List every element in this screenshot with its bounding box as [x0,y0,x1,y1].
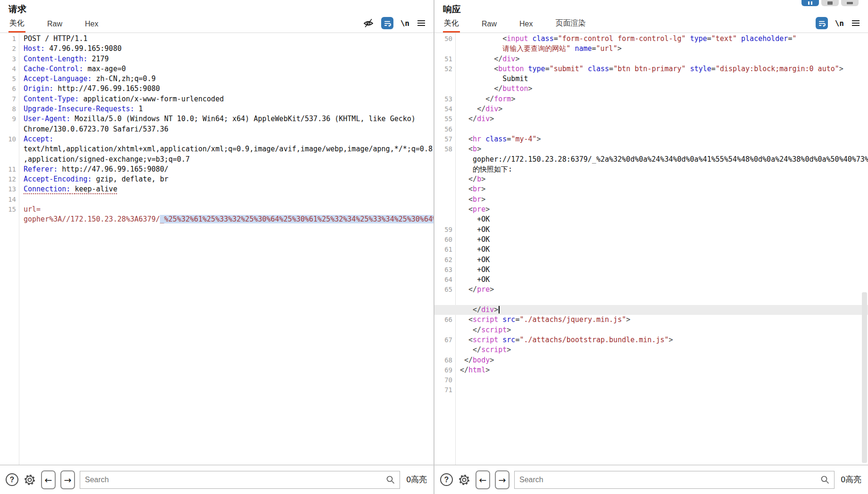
code-row: 54 </div> [434,104,868,114]
code-segment: > [669,336,673,344]
search-icon[interactable] [385,474,396,487]
help-icon[interactable]: ? [6,473,18,486]
code-segment [460,285,468,294]
search-input[interactable] [80,471,400,489]
code-line: Origin: http://47.96.99.165:9080 [19,84,434,94]
search-input[interactable] [514,471,835,489]
code-segment: br [473,185,481,193]
code-segment: +OK [460,245,490,254]
line-number: 8 [0,104,19,114]
code-segment: br [473,195,481,204]
code-segment: Cache-Control: [24,65,83,73]
menu-icon[interactable] [851,19,860,27]
line-number: 54 [434,104,455,114]
code-row: 13Connection: keep-alive [0,184,434,194]
prev-match-button[interactable]: ← [476,470,490,489]
code-segment: </ [473,326,481,334]
tab-beautify[interactable]: 美化 [8,18,25,33]
code-segment: name [575,44,592,53]
code-segment: button [502,84,528,93]
request-editor[interactable]: 1POST / HTTP/1.12Host: 47.96.99.165:9080… [0,33,434,465]
prev-match-button[interactable]: ← [41,470,56,489]
code-row: <br> [434,195,868,205]
line-number: 59 [434,225,455,235]
tab-beautify[interactable]: 美化 [443,18,460,33]
menu-icon[interactable] [417,19,426,27]
tab-hex[interactable]: Hex [518,20,534,33]
help-icon[interactable]: ? [440,473,453,486]
newline-icon[interactable]: \n [401,19,409,28]
eye-off-icon[interactable] [363,17,374,29]
line-number: 15 [0,205,19,214]
code-segment [460,356,464,364]
code-line: +OK [455,255,868,265]
code-row: 64 +OK [434,275,868,285]
wrap-lines-icon[interactable] [816,17,828,29]
line-number: 7 [0,94,19,104]
code-row: 59 +OK [434,225,868,235]
code-line: <pre> [455,205,868,214]
code-segment: User-Agent: [24,115,70,123]
code-row: 53 </form> [434,94,868,104]
code-segment: class [533,34,554,43]
code-segment: </ [468,285,477,294]
code-line: Content-Type: application/x-www-form-url… [19,94,434,104]
code-line: Accept-Language: zh-CN,zh;q=0.9 [19,74,434,84]
gear-icon[interactable] [23,473,36,486]
code-row: 4Cache-Control: max-age=0 [0,64,434,74]
code-line: <script src="./attachs/jquery.min.js"> [455,315,868,325]
code-row: </script> [434,325,868,335]
code-line: +OK [455,225,868,235]
stop-icon[interactable] [821,0,839,6]
line-number: 1 [0,34,19,44]
code-segment: script [481,346,507,354]
code-segment: +OK [460,265,490,274]
next-match-button[interactable]: → [495,470,509,489]
code-line: Host: 47.96.99.165:9080 [19,44,434,54]
line-number: 70 [434,375,455,385]
code-segment [460,185,468,193]
code-segment: Connection: [24,185,70,193]
code-segment: div [502,55,515,63]
code-row: 65 </pre> [434,285,868,295]
code-line: </script> [455,345,868,355]
code-segment: pre [473,205,485,214]
code-segment: Referer: [24,165,58,173]
tab-raw[interactable]: Raw [46,20,63,33]
code-line: Connection: keep-alive [19,184,434,194]
tab-hex[interactable]: Hex [84,20,99,33]
code-segment: < [468,185,473,193]
wrap-lines-icon[interactable] [381,17,393,29]
tab-raw[interactable]: Raw [481,20,498,33]
code-line: </body> [455,355,868,365]
tab-render[interactable]: 页面渲染 [554,18,586,33]
response-tabbar: 美化 Raw Hex 页面渲染 \n [434,16,868,33]
code-row: 10Accept: [0,134,434,144]
line-number: 12 [0,174,19,184]
code-segment [460,65,494,73]
pause-icon[interactable] [801,0,819,6]
code-segment: > [481,195,485,204]
code-line: gopher://172.150.23.28:6379/_%2a%32%0d%0… [455,155,868,175]
search-icon[interactable] [819,474,831,487]
code-segment: zh-CN,zh;q=0.9 [92,74,156,83]
line-number: 56 [434,124,455,134]
response-editor[interactable]: 50 <input class="form-control form-contr… [434,33,868,465]
code-segment [686,34,690,43]
line-number: 61 [434,245,455,255]
code-segment: " [792,34,796,43]
code-segment: html [468,366,485,374]
code-segment: = [545,65,550,73]
gear-icon[interactable] [458,473,471,486]
code-segment [460,145,468,153]
code-segment [524,65,528,73]
scrollbar-thumb[interactable] [862,292,867,463]
code-segment [686,65,690,73]
code-segment: Accept-Language: [24,74,92,83]
line-number: 55 [434,114,455,124]
newline-icon[interactable]: \n [835,19,844,28]
code-line: </pre> [455,285,868,295]
minimize-icon[interactable] [841,0,859,6]
next-match-button[interactable]: → [60,470,75,489]
code-line: +OK [455,265,868,275]
